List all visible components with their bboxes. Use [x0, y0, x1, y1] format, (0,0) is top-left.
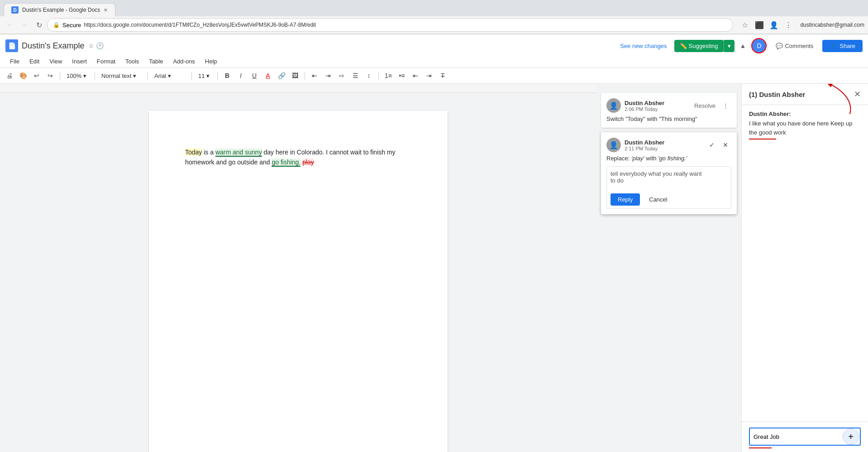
style-value: Normal text — [101, 72, 131, 79]
user-avatar-btn[interactable]: 👤 — [768, 19, 780, 31]
style-select[interactable]: Normal text ▾ — [99, 71, 144, 81]
doc-content[interactable]: Today is a warm and sunny day here in Co… — [185, 147, 411, 168]
resolve-btn-1[interactable]: Resolve — [692, 101, 718, 110]
size-value: 11 — [198, 72, 205, 79]
text-color-btn[interactable]: A — [262, 70, 274, 82]
page-area[interactable]: Today is a warm and sunny day here in Co… — [0, 93, 596, 452]
toolbar-divider-7 — [378, 72, 379, 80]
paint-format-btn[interactable]: 🎨 — [17, 70, 29, 82]
font-select[interactable]: Arial ▾ — [152, 71, 188, 81]
bulleted-list-btn[interactable]: •≡ — [396, 70, 408, 82]
zoom-select[interactable]: 100% ▾ — [64, 71, 91, 81]
forward-btn[interactable]: → — [18, 19, 31, 31]
panel-underline — [749, 139, 776, 139]
browser-actions: ☆ ⬛ 👤 ⋮ — [739, 19, 795, 31]
comments-btn[interactable]: 💬 Comments — [770, 40, 819, 52]
menu-addons[interactable]: Add-ons — [168, 56, 199, 67]
docs-title-bar: 📄 Dustin's Example ☆ 🕐 See new changes ✏… — [0, 34, 868, 55]
toolbar-divider-4 — [191, 72, 192, 80]
doc-page[interactable]: Today is a warm and sunny day here in Co… — [149, 111, 448, 452]
suggesting-container: ✏️ Suggesting ▾ — [674, 40, 734, 52]
menu-insert[interactable]: Insert — [67, 56, 91, 67]
browser-tab[interactable]: D Dustin's Example - Google Docs × — [4, 3, 115, 16]
docs-menu: File Edit View Insert Format Tools Table… — [0, 55, 868, 67]
panel-spacer — [742, 152, 868, 422]
numbered-list-btn[interactable]: 1≡ — [382, 70, 394, 82]
print-btn[interactable]: 🖨 — [4, 70, 15, 82]
doc-title[interactable]: Dustin's Example — [22, 41, 85, 51]
menu-edit[interactable]: Edit — [25, 56, 44, 67]
address-bar[interactable]: 🔒 Secure https://docs.google.com/documen… — [47, 18, 733, 32]
comment-1-time: 2:06 PM Today — [625, 106, 688, 112]
align-right-btn[interactable]: ⇨ — [336, 70, 348, 82]
align-center-btn[interactable]: ⇥ — [322, 70, 334, 82]
see-new-changes-link[interactable]: See new changes — [616, 41, 670, 51]
undo-btn[interactable]: ↩ — [31, 70, 43, 82]
italic-btn[interactable]: I — [235, 70, 247, 82]
menu-view[interactable]: View — [45, 56, 67, 67]
comment-2-avatar: 👤 — [606, 138, 621, 152]
reject-suggestion-btn[interactable]: ✕ — [720, 139, 731, 151]
share-btn[interactable]: 👤 Share — [822, 40, 863, 52]
comment-1-avatar: 👤 — [606, 98, 621, 113]
more-options-btn-1[interactable]: ⋮ — [720, 101, 731, 110]
add-comment-btn[interactable]: + — [843, 428, 859, 445]
user-email: dustincabsher@gmail.com — [800, 22, 864, 28]
reply-input[interactable] — [607, 167, 731, 189]
extensions-btn[interactable]: ⬛ — [753, 19, 766, 31]
font-value: Arial — [154, 72, 166, 79]
close-tab-icon[interactable]: × — [104, 6, 107, 14]
menu-file[interactable]: File — [5, 56, 24, 67]
back-btn[interactable]: ← — [4, 19, 16, 31]
reload-btn[interactable]: ↻ — [33, 19, 45, 31]
underline-btn[interactable]: U — [248, 70, 260, 82]
docs-main: Today is a warm and sunny day here in Co… — [0, 84, 868, 452]
decrease-indent-btn[interactable]: ⇤ — [410, 70, 421, 82]
menu-tools[interactable]: Tools — [121, 56, 143, 67]
suggesting-btn[interactable]: ✏️ Suggesting — [674, 40, 724, 52]
suggesting-dropdown-btn[interactable]: ▾ — [724, 40, 734, 52]
style-dropdown-icon: ▾ — [133, 72, 136, 79]
close-panel-btn[interactable]: ✕ — [854, 89, 861, 99]
font-dropdown-icon: ▾ — [168, 72, 171, 79]
suggestion-new-text: 'go fishing.' — [658, 155, 687, 162]
menu-btn[interactable]: ⋮ — [782, 19, 795, 31]
comment-card-1: 👤 Dustin Absher 2:06 PM Today Resolve ⋮ … — [601, 93, 737, 128]
image-btn[interactable]: 🖼 — [289, 70, 301, 82]
menu-help[interactable]: Help — [200, 56, 222, 67]
accept-suggestion-btn[interactable]: ✓ — [706, 139, 718, 151]
bookmark-btn[interactable]: ☆ — [739, 19, 751, 31]
toolbar-divider-6 — [305, 72, 305, 80]
docs-toolbar: 🖨 🎨 ↩ ↪ 100% ▾ Normal text ▾ Arial ▾ 11 — [0, 67, 868, 83]
menu-table[interactable]: Table — [144, 56, 167, 67]
align-left-btn[interactable]: ⇤ — [309, 70, 320, 82]
suggesting-label: Suggesting — [689, 43, 718, 49]
docs-title-icons: ☆ 🕐 — [88, 42, 104, 49]
redo-btn[interactable]: ↪ — [44, 70, 56, 82]
menu-format[interactable]: Format — [92, 56, 120, 67]
history-icon[interactable]: 🕐 — [96, 42, 104, 49]
cancel-btn[interactable]: Cancel — [644, 193, 672, 206]
size-select[interactable]: 11 ▾ — [196, 71, 214, 81]
align-justify-btn[interactable]: ☰ — [349, 70, 361, 82]
browser-chrome: D Dustin's Example - Google Docs × ← → ↻… — [0, 0, 868, 34]
secure-icon: 🔒 — [53, 22, 60, 28]
docs-title-right: See new changes ✏️ Suggesting ▾ ▲ D 💬 Co… — [616, 38, 863, 53]
docs-app: 📄 Dustin's Example ☆ 🕐 See new changes ✏… — [0, 34, 868, 452]
go-fishing-text: go fishing. — [272, 159, 300, 167]
bold-btn[interactable]: B — [221, 70, 233, 82]
increase-indent-btn[interactable]: ⇥ — [423, 70, 435, 82]
line-spacing-btn[interactable]: ↕ — [363, 70, 375, 82]
reply-box: Reply Cancel — [606, 166, 731, 209]
collapse-suggestions-btn[interactable]: ▲ — [738, 40, 748, 51]
today-highlight: Today — [185, 149, 202, 156]
star-icon[interactable]: ☆ — [88, 42, 94, 49]
zoom-dropdown-icon: ▾ — [83, 72, 86, 79]
link-btn[interactable]: 🔗 — [276, 70, 287, 82]
clear-formatting-btn[interactable]: T̶ — [437, 70, 448, 82]
reply-btn[interactable]: Reply — [610, 193, 640, 206]
tab-title: Dustin's Example - Google Docs — [22, 7, 100, 13]
warm-sunny-text: warm and sunny — [215, 149, 262, 157]
suggestion-old-text: 'play' — [631, 155, 644, 162]
comment-icon: 💬 — [776, 43, 783, 49]
